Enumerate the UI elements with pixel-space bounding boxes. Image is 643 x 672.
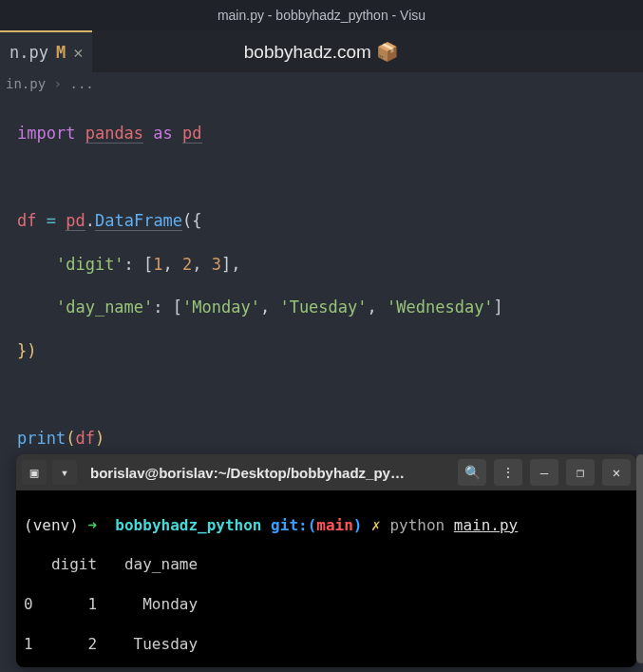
tab-filename: n.py (9, 43, 48, 62)
terminal-line: 1 2 Tuesday (24, 635, 629, 655)
terminal-window: ▣ ▾ borislav@borislav:~/Desktop/bobbyhad… (16, 454, 636, 667)
window-titlebar: main.py - bobbyhadz_python - Visu (0, 0, 643, 30)
close-icon[interactable]: ✕ (73, 43, 83, 62)
breadcrumb[interactable]: in.py › ... (0, 72, 643, 95)
editor-tabrow: n.py M ✕ bobbyhadz.com 📦 (0, 30, 643, 72)
code-line: }) (17, 340, 626, 362)
close-button[interactable]: ✕ (602, 459, 631, 486)
code-line (17, 166, 626, 188)
code-line: df = pd.DataFrame({ (17, 210, 626, 232)
file-tab[interactable]: n.py M ✕ (0, 30, 92, 72)
scrollbar[interactable] (636, 454, 643, 663)
brand-label: bobbyhadz.com 📦 (244, 41, 399, 63)
terminal-body[interactable]: (venv) ➜ bobbyhadz_python git:(main) ✗ p… (16, 490, 636, 667)
terminal-line: 0 1 Monday (24, 595, 629, 615)
terminal-titlebar: ▣ ▾ borislav@borislav:~/Desktop/bobbyhad… (16, 454, 636, 490)
terminal-line: digit day_name (24, 555, 629, 575)
code-line (17, 384, 626, 406)
code-line: 'day_name': ['Monday', 'Tuesday', 'Wedne… (17, 297, 626, 318)
chevron-right-icon: › (54, 76, 62, 91)
code-line: 'digit': [1, 2, 3], (17, 254, 626, 276)
maximize-button[interactable]: ❐ (566, 459, 595, 486)
menu-icon[interactable]: ⋮ (494, 459, 522, 486)
search-icon[interactable]: 🔍 (458, 459, 486, 486)
modified-badge: M (56, 43, 66, 62)
new-tab-button[interactable]: ▣ (22, 460, 47, 485)
code-line: print(df) (17, 428, 626, 450)
code-line: import pandas as pd (17, 123, 626, 144)
crumb-rest: ... (69, 76, 93, 91)
crumb-file: in.py (6, 76, 46, 91)
terminal-title: borislav@borislav:~/Desktop/bobbyhadz_py… (83, 465, 406, 481)
minimize-button[interactable]: – (530, 459, 558, 486)
tab-dropdown-button[interactable]: ▾ (52, 460, 77, 485)
terminal-line: (venv) ➜ bobbyhadz_python git:(main) ✗ p… (24, 516, 629, 536)
